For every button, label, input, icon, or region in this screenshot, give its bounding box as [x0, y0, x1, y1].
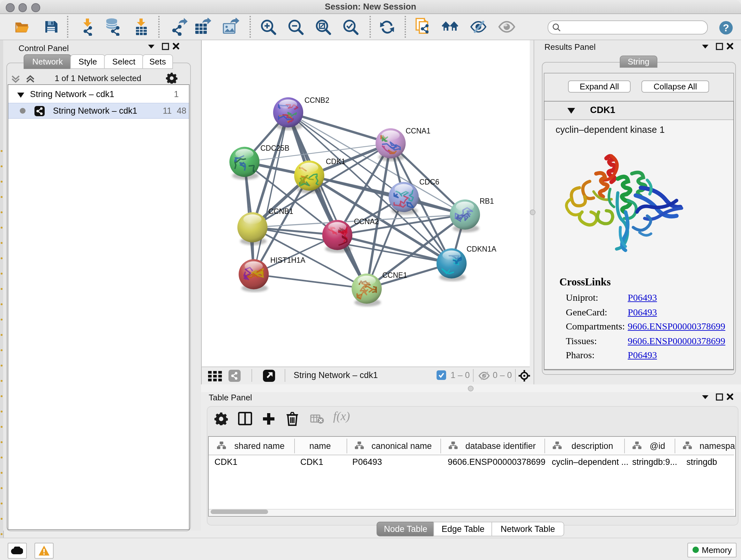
- svg-text:CCNA2: CCNA2: [354, 217, 379, 226]
- svg-text:CCNB1: CCNB1: [268, 207, 293, 215]
- svg-text:CDC25B: CDC25B: [260, 144, 289, 152]
- svg-text:HIST1H1A: HIST1H1A: [270, 256, 306, 264]
- svg-text:CCNB2: CCNB2: [305, 96, 329, 105]
- svg-text:CDC6: CDC6: [419, 178, 440, 186]
- svg-text:RB1: RB1: [480, 197, 494, 205]
- svg-text:CDK1: CDK1: [326, 158, 345, 166]
- svg-text:CCNE1: CCNE1: [382, 271, 407, 279]
- svg-text:CDKN1A: CDKN1A: [467, 245, 496, 253]
- svg-text:CCNA1: CCNA1: [406, 127, 430, 135]
